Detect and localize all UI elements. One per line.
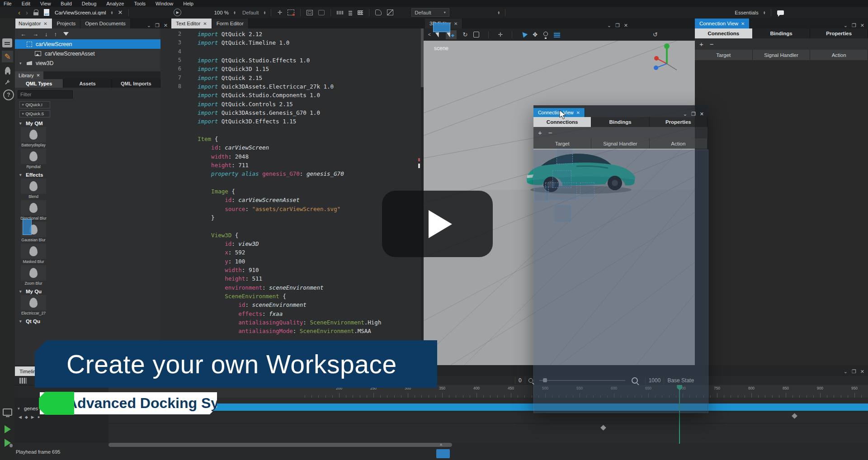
menu-view[interactable]: View	[40, 1, 51, 6]
connection-panel-controls[interactable]: ⌄❐✕	[840, 23, 868, 28]
tab-open-documents[interactable]: Open Documents	[80, 19, 131, 28]
preview-play-icon[interactable]: ▶	[174, 9, 181, 16]
menu-window[interactable]: Window	[156, 1, 173, 6]
export-selection-icon[interactable]	[288, 9, 294, 15]
library-item[interactable]: Blend	[19, 178, 47, 199]
timeline-hscrollbar[interactable]	[108, 443, 452, 447]
timeline-section-handle[interactable]	[436, 449, 450, 458]
column-header-action[interactable]: Action	[650, 138, 708, 149]
tab-navigator[interactable]: Navigator✕	[14, 19, 52, 28]
timeline-zoom-min[interactable]: 0	[519, 377, 522, 384]
library-item[interactable]: Batterydisplay	[19, 127, 47, 147]
add-connection-icon[interactable]: +	[699, 40, 703, 48]
columns-icon[interactable]	[337, 11, 343, 14]
timeline-track-bar[interactable]	[176, 404, 868, 411]
state-stepper-icon[interactable]: ▲▼	[497, 11, 500, 14]
grid-view-icon[interactable]	[358, 10, 363, 15]
expander-icon[interactable]: ▾	[19, 61, 23, 66]
feedback-bubble-icon[interactable]	[777, 10, 784, 15]
column-header-signal-handler[interactable]: Signal Handler	[591, 138, 649, 149]
rotate-tool-icon[interactable]: ↻	[462, 31, 467, 38]
menu-file[interactable]: File	[4, 1, 12, 6]
debug-mode-bug-icon[interactable]	[2, 64, 13, 75]
help-icon[interactable]: ?	[3, 89, 14, 100]
rows-icon[interactable]	[349, 10, 352, 15]
zoom-out-icon[interactable]	[528, 378, 533, 383]
diagonal-icon[interactable]	[387, 9, 393, 15]
menu-build[interactable]: Build	[61, 1, 71, 6]
library-filter-input[interactable]: Filter	[18, 90, 73, 99]
tools-wrench-icon[interactable]	[2, 77, 13, 88]
keyframe-diamond[interactable]	[600, 425, 606, 431]
text-editor[interactable]: 2345678 import QtQuick 2.12import QtQuic…	[160, 28, 425, 341]
perspective-stepper-icon[interactable]: ▲▼	[763, 11, 766, 14]
column-header-signal-handler[interactable]: Signal Handler	[753, 50, 811, 60]
library-tab-assets[interactable]: Assets	[63, 79, 112, 88]
timeline-film-icon[interactable]	[19, 378, 27, 384]
navigator-row[interactable]: carViewScreenAsset	[15, 49, 160, 58]
scroll-tabs-left-icon[interactable]: <	[428, 32, 431, 37]
reset-view-icon[interactable]: ↺	[653, 31, 658, 38]
library-tab[interactable]: Library✕	[15, 71, 43, 79]
navigator-panel-controls[interactable]: ⌄❐✕	[143, 23, 171, 28]
nav-move-down-icon[interactable]: ↓	[45, 31, 48, 38]
nav-back-icon[interactable]: ←	[20, 31, 26, 38]
column-header-target[interactable]: Target	[533, 138, 591, 149]
library-section-header[interactable]: ▾My QM	[19, 121, 160, 126]
collapse-chevron-icon[interactable]: ▲	[439, 442, 443, 446]
edit-mode-icon[interactable]	[2, 38, 12, 47]
library-section-header[interactable]: ▾My Qu	[19, 289, 160, 294]
library-section-header[interactable]: ▾Qt Qu	[19, 319, 160, 324]
library-item[interactable]: Masked Blur	[19, 244, 47, 264]
orientation-cone-icon[interactable]	[521, 31, 527, 38]
menu-edit[interactable]: Edit	[22, 1, 30, 6]
video-play-button[interactable]	[382, 191, 493, 257]
library-item[interactable]: Electriccar_27	[19, 295, 47, 315]
state-selector[interactable]: Default▼	[411, 8, 449, 17]
run-button-icon[interactable]	[2, 424, 13, 435]
nav-filter-icon[interactable]	[63, 32, 69, 36]
menu-analyze[interactable]: Analyze	[106, 1, 124, 6]
menu-debug[interactable]: Debug	[82, 1, 96, 6]
global-local-icon[interactable]: ✥	[533, 31, 538, 38]
close-document-icon[interactable]: ✕	[118, 9, 123, 16]
annotate-icon[interactable]: ✛	[277, 9, 282, 16]
lock-icon[interactable]	[33, 9, 38, 15]
column-header-target[interactable]: Target	[695, 50, 753, 60]
add-connection-icon[interactable]: +	[538, 129, 542, 136]
tab-form-editor[interactable]: Form Editor	[212, 19, 249, 28]
connection-tab-connections[interactable]: Connections	[695, 28, 753, 38]
fit-selected-icon[interactable]: ✛	[498, 31, 503, 38]
library-tab-qml-imports[interactable]: QML Imports	[112, 79, 160, 88]
kit-selector-monitor-icon[interactable]	[2, 407, 13, 418]
remove-connection-icon[interactable]: −	[548, 129, 552, 136]
outline-icon[interactable]	[307, 10, 313, 15]
menu-help[interactable]: Help	[183, 1, 193, 6]
connection-tab-properties[interactable]: Properties	[650, 117, 708, 127]
forward-icon[interactable]: ›	[26, 9, 28, 16]
add-import-button[interactable]: +QtQuick.I	[19, 101, 50, 108]
timeline-panel-controls[interactable]: ⌄❐✕	[840, 369, 868, 375]
stack-icon[interactable]	[375, 9, 382, 15]
debug-run-button-icon[interactable]	[2, 437, 13, 448]
library-tab-qml-types[interactable]: QML Types	[15, 79, 63, 88]
tab-text-editor[interactable]: Text Editor✕	[171, 19, 212, 28]
column-header-action[interactable]: Action	[810, 50, 868, 60]
add-import-button[interactable]: +QtQuick.S	[19, 110, 50, 117]
close-icon[interactable]: ✕	[203, 21, 207, 26]
outline-alt-icon[interactable]	[318, 10, 325, 15]
tab-connection-view[interactable]: Connection View✕	[695, 19, 750, 28]
scale-tool-icon[interactable]	[473, 32, 479, 38]
library-item[interactable]: Zoom Blur	[19, 265, 47, 286]
document-selector-icon[interactable]: ▲▼	[111, 11, 113, 14]
back-icon[interactable]: ‹	[18, 9, 20, 16]
remove-connection-icon[interactable]: −	[710, 40, 714, 48]
connection-tab-bindings[interactable]: Bindings	[591, 117, 649, 127]
nav-forward-icon[interactable]: →	[33, 31, 38, 38]
zoom-level[interactable]: 100 %	[214, 10, 229, 15]
tab-projects[interactable]: Projects	[52, 19, 81, 28]
menu-tools[interactable]: Tools	[134, 1, 146, 6]
library-item[interactable]: Rpmdial	[19, 149, 47, 169]
library-item[interactable]: Directional Blur	[19, 200, 47, 221]
connection-tab-bindings[interactable]: Bindings	[753, 28, 811, 38]
